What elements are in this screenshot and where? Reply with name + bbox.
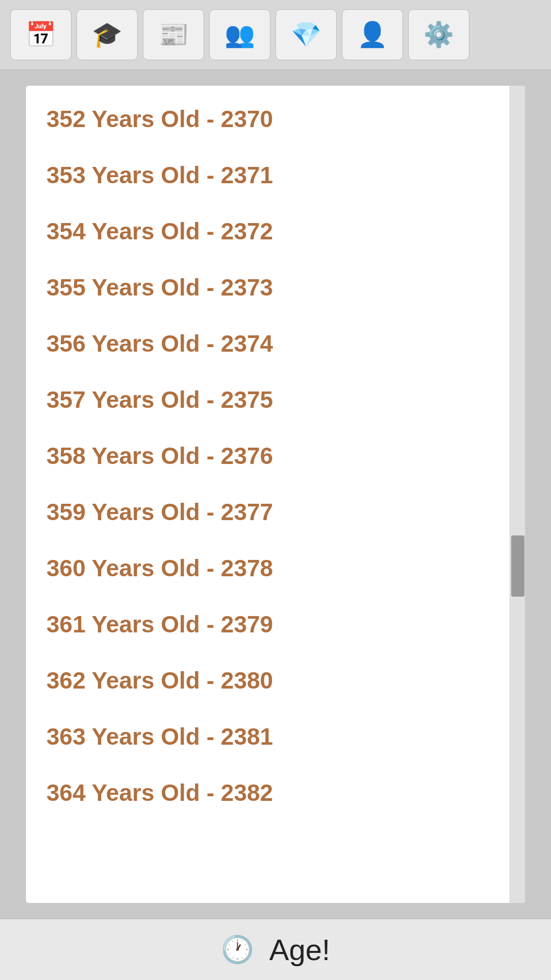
settings-btn[interactable]: ⚙️	[408, 9, 469, 60]
bottom-bar: 🕐 Age!	[0, 919, 551, 980]
list-scroll[interactable]: 352 Years Old - 2370353 Years Old - 2371…	[26, 86, 510, 903]
age-label[interactable]: Age!	[269, 933, 330, 967]
list-item[interactable]: 355 Years Old - 2373	[26, 259, 510, 315]
diamond-btn[interactable]: 💎	[276, 9, 337, 60]
list-item[interactable]: 359 Years Old - 2377	[26, 484, 510, 540]
list-item[interactable]: 361 Years Old - 2379	[26, 596, 510, 652]
list-item[interactable]: 352 Years Old - 2370	[26, 91, 510, 147]
list-item[interactable]: 360 Years Old - 2378	[26, 540, 510, 596]
list-item[interactable]: 354 Years Old - 2372	[26, 203, 510, 259]
people-btn[interactable]: 👥	[209, 9, 270, 60]
person-btn[interactable]: 👤	[342, 9, 403, 60]
list-item[interactable]: 362 Years Old - 2380	[26, 652, 510, 708]
newspaper-btn[interactable]: 📰	[143, 9, 204, 60]
toolbar: 📅🎓📰👥💎👤⚙️	[0, 0, 551, 70]
scrollbar-track	[510, 86, 525, 903]
list-container: 352 Years Old - 2370353 Years Old - 2371…	[26, 85, 525, 903]
list-item[interactable]: 358 Years Old - 2376	[26, 428, 510, 484]
age-icon[interactable]: 🕐	[221, 934, 254, 965]
scrollbar-thumb[interactable]	[511, 535, 524, 597]
main-content: 352 Years Old - 2370353 Years Old - 2371…	[0, 70, 551, 919]
graduation-btn[interactable]: 🎓	[77, 9, 138, 60]
list-item[interactable]: 356 Years Old - 2374	[26, 315, 510, 372]
list-item[interactable]: 357 Years Old - 2375	[26, 372, 510, 428]
list-item[interactable]: 364 Years Old - 2382	[26, 765, 510, 821]
list-item[interactable]: 363 Years Old - 2381	[26, 708, 510, 765]
list-item[interactable]: 353 Years Old - 2371	[26, 147, 510, 203]
calendar-btn[interactable]: 📅	[10, 9, 71, 60]
